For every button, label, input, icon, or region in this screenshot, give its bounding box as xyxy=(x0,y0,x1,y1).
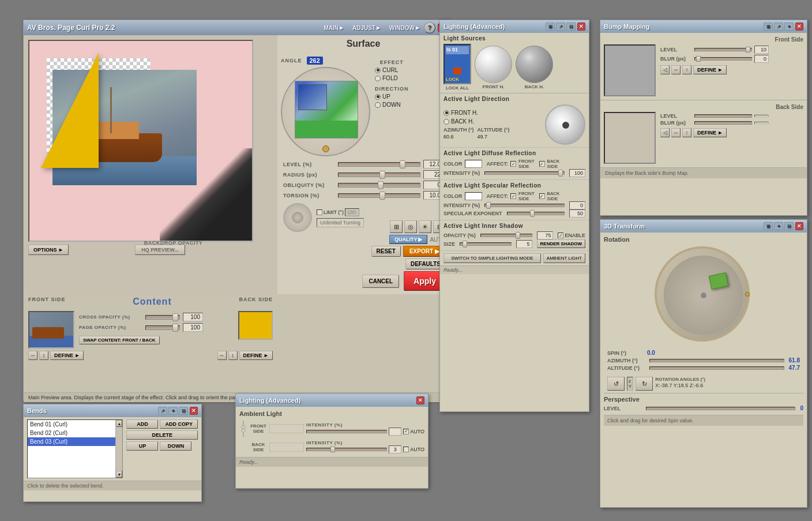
bends-item-1[interactable]: Bend 02 (Curl) xyxy=(28,429,115,437)
swap-content-button[interactable]: SWAP CONTENT: FRONT / BACK xyxy=(79,336,160,344)
level-thumb[interactable] xyxy=(400,160,405,168)
back-intensity-track[interactable] xyxy=(306,448,387,451)
bump-blur-thumb[interactable] xyxy=(696,56,701,62)
help-button[interactable]: ? xyxy=(424,22,435,33)
transform-close-button[interactable]: ✕ xyxy=(795,222,803,230)
arrow-left-front[interactable]: ↔ xyxy=(28,351,37,360)
enable-shadow-checkbox[interactable]: ENABLE xyxy=(558,233,585,238)
back-auto-check[interactable] xyxy=(403,447,409,452)
bends-icon-1[interactable]: ↗ xyxy=(158,407,167,415)
shadow-size-track[interactable] xyxy=(460,242,512,246)
back-auto-checkbox[interactable]: AUTO xyxy=(403,447,424,452)
bends-up-button[interactable]: UP xyxy=(126,441,158,451)
bump-back-blur-track[interactable] xyxy=(694,121,752,125)
front-side-check[interactable] xyxy=(510,161,516,167)
angle-dial[interactable] xyxy=(281,67,370,156)
front-h-radio[interactable]: FRONT H. xyxy=(443,110,510,116)
specular-intensity-thumb[interactable] xyxy=(486,202,491,209)
direction-up-radio[interactable]: UP xyxy=(375,93,409,100)
bump-icon-3[interactable]: ✦ xyxy=(784,23,794,31)
torsion-thumb[interactable] xyxy=(379,192,385,200)
altitude-track[interactable] xyxy=(649,366,784,370)
hq-preview-button[interactable]: HQ PREVIEW... xyxy=(135,245,185,255)
lighting-icon-3[interactable]: ⊟ xyxy=(566,23,576,31)
obliquity-thumb[interactable] xyxy=(378,181,384,189)
bends-icon-2[interactable]: ✦ xyxy=(168,407,178,415)
torsion-track[interactable] xyxy=(338,193,420,198)
shadow-size-thumb[interactable] xyxy=(463,241,467,248)
scroll-up-arrow[interactable]: ▲ xyxy=(116,420,122,427)
bump-back-arrow-2[interactable]: ↔ xyxy=(671,128,681,137)
fold-radio-circle[interactable] xyxy=(375,76,381,81)
define-back-button[interactable]: DEFINE ► xyxy=(239,351,273,360)
obliquity-track[interactable] xyxy=(338,183,420,188)
specular-back-check[interactable] xyxy=(539,193,545,199)
specular-front-check[interactable] xyxy=(510,193,516,199)
cross-opacity-thumb[interactable] xyxy=(172,313,178,321)
ambient-light-button[interactable]: AMBIENT LIGHT xyxy=(543,253,585,263)
main-preview-canvas[interactable] xyxy=(28,40,253,242)
bends-close-button[interactable]: ✕ xyxy=(190,407,198,415)
bump-define-front-button[interactable]: DEFINE ► xyxy=(693,65,727,74)
options-button[interactable]: OPTIONS ► xyxy=(28,245,69,255)
radius-thumb[interactable] xyxy=(379,171,385,179)
back-h-radio-circle[interactable] xyxy=(443,119,449,125)
bump-back-arrow-3[interactable]: ↑ xyxy=(682,128,691,137)
bump-define-back-button[interactable]: DEFINE ► xyxy=(693,128,727,137)
bump-icon-2[interactable]: ↗ xyxy=(774,23,783,31)
rotation-outer-marker[interactable] xyxy=(745,292,750,297)
bump-back-level-track[interactable] xyxy=(694,114,752,118)
bends-item-2[interactable]: Bend 03 (Curl) xyxy=(28,437,115,446)
limit-check[interactable] xyxy=(317,209,322,215)
azimuth-track[interactable] xyxy=(649,359,784,362)
define-front-button[interactable]: DEFINE ► xyxy=(50,351,84,360)
level-track[interactable] xyxy=(338,162,420,167)
reset-button[interactable]: RESET xyxy=(371,246,401,257)
bump-level-track[interactable] xyxy=(694,48,752,51)
rotate-icon-2[interactable]: ↻ xyxy=(636,377,653,391)
bends-down-button[interactable]: DOWN xyxy=(160,441,191,451)
bump-back-arrow-1[interactable]: ◁ xyxy=(660,128,670,137)
down-radio-circle[interactable] xyxy=(375,102,381,108)
ambient-close-button[interactable]: ✕ xyxy=(416,396,424,404)
cross-opacity-track[interactable] xyxy=(145,315,180,320)
scroll-down-arrow[interactable]: ▼ xyxy=(116,471,122,478)
bump-arrow-3[interactable]: ↑ xyxy=(682,65,691,74)
light-source-selector[interactable]: Is 01 LOCK xyxy=(443,44,471,84)
bends-delete-button[interactable]: DELETE xyxy=(126,430,198,440)
shadow-opacity-track[interactable] xyxy=(480,234,533,237)
curl-radio-circle[interactable] xyxy=(375,68,381,73)
arrow-down-front[interactable]: ↕ xyxy=(39,351,48,360)
up-radio-circle[interactable] xyxy=(375,94,381,100)
effect-fold-radio[interactable]: FOLD xyxy=(375,75,409,81)
transform-icon-3[interactable]: ⊟ xyxy=(784,222,794,230)
lighting-icon-1[interactable]: ⊞ xyxy=(546,23,555,31)
bump-arrow-1[interactable]: ◁ xyxy=(660,65,670,74)
spin-dial[interactable] xyxy=(283,203,312,232)
rotation-outer-ring[interactable] xyxy=(655,246,750,342)
icon-btn-3[interactable]: ☀ xyxy=(419,220,431,233)
page-opacity-thumb[interactable] xyxy=(172,324,178,332)
nav-main[interactable]: MAIN ▶ xyxy=(319,24,348,32)
front-intensity-track[interactable] xyxy=(306,430,387,433)
bump-icon-1[interactable]: ⊞ xyxy=(764,23,773,31)
transform-icon-2[interactable]: ✦ xyxy=(774,222,783,230)
diffuse-intensity-thumb[interactable] xyxy=(558,170,563,177)
limit-checkbox[interactable]: LIMIT (°) 180 xyxy=(317,208,364,216)
rotation-inner-dial[interactable] xyxy=(664,256,743,335)
lighting-close-button[interactable]: ✕ xyxy=(577,23,585,31)
quality-button[interactable]: QUALITY ▶ xyxy=(389,235,428,244)
nav-window[interactable]: WINDOW ▶ xyxy=(385,24,424,32)
back-intensity-thumb[interactable] xyxy=(330,447,335,452)
cancel-button[interactable]: CANCEL xyxy=(362,275,399,288)
specular-intensity-track[interactable] xyxy=(484,204,565,207)
front-auto-checkbox[interactable]: AUTO xyxy=(403,429,424,434)
nav-adjust[interactable]: ADJUST ▶ xyxy=(348,24,385,32)
bump-close-button[interactable]: ✕ xyxy=(795,23,803,31)
bump-level-thumb[interactable] xyxy=(746,47,750,53)
icon-btn-1[interactable]: ⊞ xyxy=(390,220,403,233)
specular-exponent-thumb[interactable] xyxy=(530,210,535,217)
dial-handle[interactable] xyxy=(322,145,329,152)
bends-icon-3[interactable]: ⊟ xyxy=(179,407,188,415)
bump-blur-track[interactable] xyxy=(694,57,752,61)
